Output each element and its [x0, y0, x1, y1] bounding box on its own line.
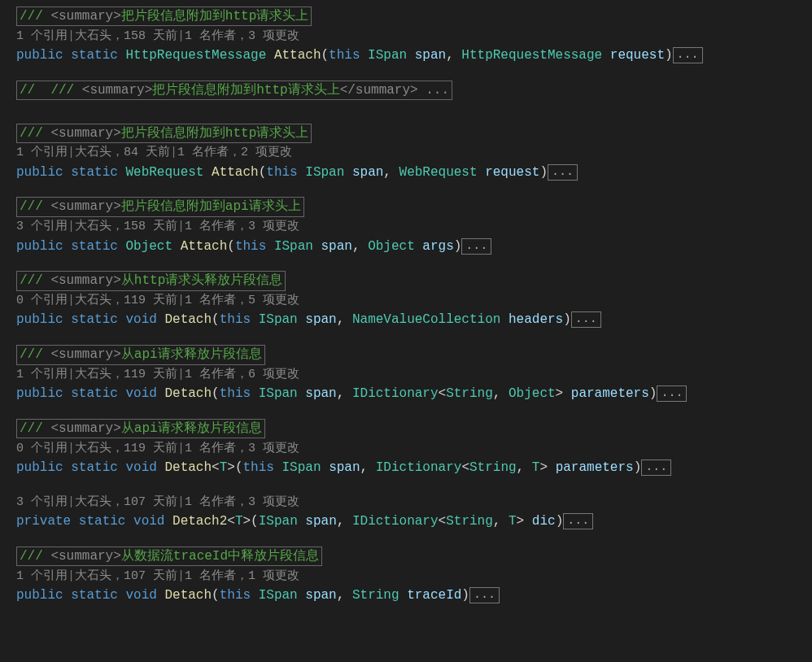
code-editor[interactable]: /// <summary>把片段信息附加到http请求头上1 个引用|大石头，1…: [0, 0, 812, 612]
code-token-kw: public: [16, 239, 63, 254]
codelens-references[interactable]: 0 个引用: [16, 442, 68, 455]
code-token-gen: >: [227, 460, 235, 475]
xml-tag: <summary>: [50, 273, 120, 288]
collapsed-summary[interactable]: // /// <summary>把片段信息附加到http请求头上</summar…: [16, 81, 452, 100]
separator: |: [68, 146, 75, 159]
code-token-punc: ,: [337, 386, 352, 401]
code-token-gen: >: [539, 460, 548, 475]
method-signature[interactable]: public static void Detach(this ISpan spa…: [16, 310, 812, 330]
method-signature[interactable]: public static void Detach<T>(this ISpan …: [16, 458, 812, 478]
code-token-punc: ): [454, 239, 462, 254]
method-signature[interactable]: public static void Detach(this ISpan spa…: [16, 586, 812, 606]
codelens-changes[interactable]: 1 名作者，3 项更改: [185, 495, 299, 509]
codelens-author[interactable]: 大石头，158 天前: [75, 29, 177, 43]
method-signature[interactable]: public static void Detach(this ISpan spa…: [16, 384, 812, 404]
code-token-name: Detach2: [172, 514, 227, 529]
codelens-changes[interactable]: 1 名作者，2 项更改: [177, 146, 292, 159]
collapse-toggle[interactable]: ...: [657, 385, 687, 402]
collapsed-summary[interactable]: /// <summary>从数据流traceId中释放片段信息: [16, 547, 322, 566]
collapsed-summary[interactable]: /// <summary>把片段信息附加到http请求头上: [16, 124, 312, 143]
code-token-punc: ,: [493, 386, 509, 401]
summary-text: 从api请求释放片段信息: [121, 347, 262, 362]
method-signature[interactable]: private static void Detach2<T>(ISpan spa…: [16, 512, 812, 532]
xml-tag: <summary>: [50, 9, 120, 24]
collapse-toggle[interactable]: ...: [548, 164, 578, 181]
xml-tag: <summary>: [82, 83, 152, 98]
collapsed-summary[interactable]: /// <summary>把片段信息附加到api请求头上: [16, 197, 304, 216]
code-token-kw: this: [243, 460, 274, 475]
separator: |: [68, 442, 75, 455]
codelens-author[interactable]: 大石头，119 天前: [75, 368, 177, 381]
separator: |: [177, 368, 185, 381]
codelens-references[interactable]: 3 个引用: [16, 220, 68, 233]
code-token-type: IDictionary: [352, 514, 439, 529]
code-token-gen: >: [517, 514, 525, 529]
code-token-gen: <: [439, 514, 447, 529]
codelens-author[interactable]: 大石头，107 天前: [75, 495, 177, 509]
code-block: 3 个引用|大石头，107 天前|1 名作者，3 项更改private stat…: [16, 493, 812, 532]
method-signature[interactable]: public static Object Attach(this ISpan s…: [16, 237, 812, 257]
collapsed-summary[interactable]: /// <summary>从api请求释放片段信息: [16, 419, 265, 438]
comment-slashes: // ///: [20, 83, 82, 98]
collapse-toggle[interactable]: ...: [469, 587, 500, 603]
method-signature[interactable]: public static WebRequest Attach(this ISp…: [16, 163, 812, 183]
code-token-punc: ,: [383, 165, 399, 180]
code-token-kw: this: [220, 588, 251, 603]
codelens-author[interactable]: 大石头，158 天前: [75, 220, 177, 233]
codelens-changes[interactable]: 1 名作者，3 项更改: [185, 220, 299, 233]
collapse-toggle[interactable]: ...: [461, 238, 491, 255]
comment-slashes: ///: [20, 126, 50, 141]
codelens-references[interactable]: 0 个引用: [16, 294, 68, 307]
code-token-punc: (: [212, 386, 220, 401]
codelens-references[interactable]: 1 个引用: [16, 146, 68, 159]
codelens-changes[interactable]: 1 名作者，3 项更改: [185, 29, 299, 43]
code-token-type: String: [352, 588, 399, 603]
codelens-author[interactable]: 大石头，119 天前: [75, 442, 177, 455]
codelens-changes[interactable]: 1 名作者，3 项更改: [185, 442, 299, 455]
code-token-kw: public: [16, 460, 63, 475]
codelens-changes[interactable]: 1 名作者，6 项更改: [185, 368, 299, 381]
code-token-kw: static: [71, 165, 118, 180]
codelens-references[interactable]: 1 个引用: [16, 29, 68, 43]
code-token-ident: args: [422, 239, 453, 254]
codelens-author[interactable]: 大石头，84 天前: [75, 146, 170, 159]
codelens: 0 个引用|大石头，119 天前|1 名作者，5 项更改: [16, 291, 812, 310]
codelens: 0 个引用|大石头，119 天前|1 名作者，3 项更改: [16, 439, 812, 458]
codelens-author[interactable]: 大石头，119 天前: [75, 294, 177, 307]
separator: |: [68, 220, 75, 233]
codelens-changes[interactable]: 1 名作者，5 项更改: [185, 294, 299, 307]
method-signature[interactable]: public static HttpRequestMessage Attach(…: [16, 46, 812, 66]
collapsed-summary[interactable]: /// <summary>把片段信息附加到http请求头上: [16, 7, 312, 26]
code-token-punc: (: [251, 514, 259, 529]
code-token-punc: (: [227, 239, 235, 254]
code-token-kw: public: [16, 48, 63, 63]
collapse-toggle[interactable]: ...: [673, 47, 703, 63]
code-token-type: T: [509, 514, 517, 529]
code-token-punc: ): [634, 460, 642, 475]
code-token-gen: <: [461, 460, 469, 475]
code-token-name: Attach: [212, 165, 259, 180]
codelens-references[interactable]: 3 个引用: [16, 495, 68, 509]
codelens-changes[interactable]: 1 名作者，1 项更改: [185, 569, 299, 583]
summary-text: 把片段信息附加到http请求头上: [121, 9, 308, 24]
collapse-toggle[interactable]: ...: [641, 459, 671, 476]
code-token-ident: traceId: [407, 588, 461, 603]
separator: |: [68, 294, 75, 307]
codelens-author[interactable]: 大石头，107 天前: [75, 569, 177, 583]
code-token-type: Object: [368, 239, 415, 254]
codelens-references[interactable]: 1 个引用: [16, 569, 68, 583]
code-token-punc: (: [235, 460, 243, 475]
comment-slashes: ///: [20, 9, 50, 24]
collapse-toggle[interactable]: ...: [563, 513, 593, 529]
trailing-ellipsis: ...: [418, 83, 449, 98]
collapse-toggle[interactable]: ...: [571, 311, 601, 328]
code-token-type: String: [446, 386, 493, 401]
collapsed-summary[interactable]: /// <summary>从http请求头释放片段信息: [16, 271, 286, 290]
collapsed-summary[interactable]: /// <summary>从api请求释放片段信息: [16, 345, 265, 364]
codelens-references[interactable]: 1 个引用: [16, 368, 68, 381]
code-token-name: Detach: [164, 588, 212, 603]
code-token-name: Detach: [164, 460, 212, 475]
code-token-type: NameValueCollection: [352, 312, 500, 327]
code-token-punc: ): [649, 386, 657, 401]
separator: |: [177, 569, 185, 583]
